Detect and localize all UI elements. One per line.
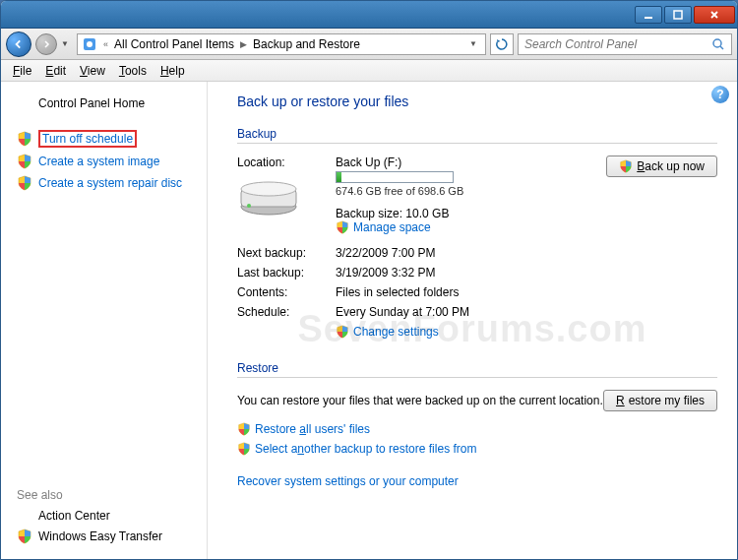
main-panel: ? Back up or restore your files Backup L…: [208, 82, 737, 559]
backup-section-header: Backup: [237, 127, 717, 144]
chevron-right-icon: ▶: [238, 39, 249, 49]
sidebar-turn-off-schedule[interactable]: Turn off schedule: [1, 127, 207, 151]
sidebar-action-center[interactable]: Action Center: [1, 506, 207, 526]
manage-space-link[interactable]: Manage space: [336, 220, 431, 234]
shield-icon: [17, 175, 32, 191]
address-bar: ▼ « All Control Panel Items ▶ Backup and…: [1, 29, 737, 60]
schedule-label: Schedule:: [237, 305, 336, 319]
sidebar: Control Panel Home Turn off schedule Cre…: [1, 82, 208, 559]
address-dropdown[interactable]: ▼: [465, 39, 481, 48]
space-progress: [336, 171, 454, 183]
free-space: 674.6 GB free of 698.6 GB: [336, 185, 488, 197]
backup-now-button[interactable]: Back up now: [606, 156, 717, 177]
breadcrumb-current[interactable]: Backup and Restore: [253, 37, 360, 51]
search-icon: [711, 37, 725, 51]
location-value: Back Up (F:): [336, 156, 488, 169]
maximize-button[interactable]: [664, 6, 692, 24]
menu-help[interactable]: Help: [154, 63, 191, 79]
last-backup-label: Last backup:: [237, 266, 336, 280]
see-also-header: See also: [1, 484, 207, 506]
forward-button[interactable]: [35, 33, 57, 55]
shield-icon: [336, 325, 349, 339]
contents-label: Contents:: [237, 285, 336, 299]
svg-rect-4: [645, 17, 652, 19]
svg-point-8: [713, 39, 721, 47]
search-box[interactable]: [518, 33, 732, 55]
select-another-backup-link[interactable]: Select another backup to restore files f…: [237, 442, 476, 456]
location-label: Location:: [237, 156, 336, 169]
next-backup-value: 3/22/2009 7:00 PM: [336, 246, 435, 260]
shield-icon: [237, 442, 251, 456]
menu-bar: File Edit View Tools Help: [1, 60, 737, 82]
refresh-button[interactable]: [490, 33, 514, 55]
back-button[interactable]: [6, 31, 31, 57]
search-input[interactable]: [524, 37, 711, 51]
titlebar: [1, 1, 737, 29]
shield-icon: [17, 154, 32, 169]
menu-edit[interactable]: Edit: [39, 63, 72, 79]
drive-icon: [237, 177, 300, 217]
page-title: Back up or restore your files: [237, 93, 717, 109]
svg-point-7: [87, 41, 92, 47]
contents-value: Files in selected folders: [336, 285, 459, 299]
breadcrumb-prev[interactable]: All Control Panel Items: [114, 37, 234, 51]
svg-rect-5: [674, 11, 682, 19]
sidebar-easy-transfer[interactable]: Windows Easy Transfer: [1, 526, 207, 547]
restore-note: You can restore your files that were bac…: [237, 394, 603, 407]
restore-my-files-button[interactable]: Restore my files: [603, 390, 717, 411]
control-panel-icon: [82, 36, 97, 52]
shield-icon: [336, 220, 349, 234]
next-backup-label: Next backup:: [237, 246, 336, 260]
minimize-button[interactable]: [635, 6, 662, 24]
sidebar-create-system-image[interactable]: Create a system image: [1, 151, 207, 172]
recover-system-link[interactable]: Recover system settings or your computer: [237, 474, 459, 488]
change-settings-link[interactable]: Change settings: [336, 325, 439, 339]
breadcrumb-chevrons: «: [101, 39, 110, 49]
last-backup-value: 3/19/2009 3:32 PM: [336, 266, 435, 280]
close-button[interactable]: [694, 6, 735, 24]
schedule-value: Every Sunday at 7:00 PM: [336, 305, 469, 319]
control-panel-home-link[interactable]: Control Panel Home: [1, 93, 207, 113]
menu-tools[interactable]: Tools: [113, 63, 153, 79]
restore-all-users-link[interactable]: Restore all users' files: [237, 422, 370, 436]
backup-size: Backup size: 10.0 GB: [336, 207, 488, 220]
shield-icon: [237, 422, 251, 436]
shield-icon: [17, 131, 32, 147]
nav-history-dropdown[interactable]: ▼: [61, 39, 73, 48]
menu-file[interactable]: File: [7, 63, 37, 79]
shield-icon: [619, 159, 633, 173]
breadcrumb-box[interactable]: « All Control Panel Items ▶ Backup and R…: [77, 33, 486, 55]
help-icon[interactable]: ?: [711, 86, 729, 103]
sidebar-create-repair-disc[interactable]: Create a system repair disc: [1, 172, 207, 194]
menu-view[interactable]: View: [74, 63, 111, 79]
shield-icon: [17, 529, 32, 544]
restore-section-header: Restore: [237, 361, 717, 378]
